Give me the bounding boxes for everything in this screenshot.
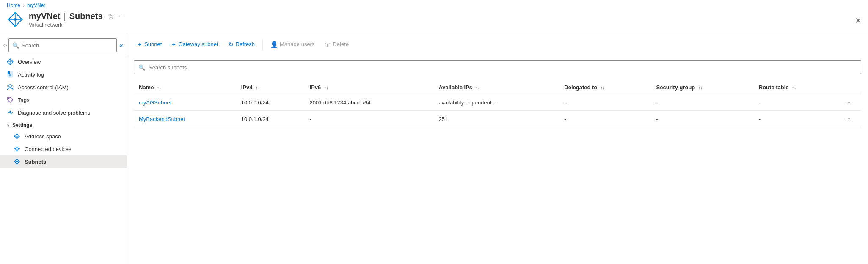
chevron-down-icon: ∨ — [7, 123, 10, 128]
connected-devices-icon — [14, 146, 20, 152]
refresh-label: Refresh — [236, 41, 255, 47]
table-search-input[interactable] — [149, 64, 857, 71]
delete-button[interactable]: 🗑 Delete — [320, 38, 353, 51]
sidebar-item-tags[interactable]: Tags — [0, 94, 127, 106]
col-security-group[interactable]: Security group ↑↓ — [651, 81, 754, 94]
svg-point-15 — [9, 85, 11, 87]
add-subnet-button[interactable]: + Subnet — [134, 38, 166, 51]
add-subnet-icon: + — [138, 41, 141, 48]
sort-icon-route-table[interactable]: ↑↓ — [792, 85, 796, 90]
page-title: Subnets — [69, 11, 103, 21]
collapse-icon[interactable]: « — [119, 41, 123, 49]
row1-route-table: - — [754, 94, 840, 111]
table-search-icon: 🔍 — [138, 64, 145, 71]
sort-icon-security-group[interactable]: ↑↓ — [698, 85, 703, 90]
add-gateway-subnet-button[interactable]: + Gateway subnet — [168, 38, 222, 51]
breadcrumb-sep: › — [23, 3, 25, 8]
sort-icon-ipv4[interactable]: ↑↓ — [256, 85, 260, 90]
subnet-link-1[interactable]: myAGSubnet — [139, 99, 171, 106]
row1-security-group: - — [651, 94, 754, 111]
table-search-bar[interactable]: 🔍 — [134, 60, 861, 74]
overview-icon — [7, 58, 14, 65]
sidebar-item-overview[interactable]: Overview — [0, 55, 127, 68]
close-button[interactable]: ✕ — [855, 17, 861, 25]
sidebar-label-address-space: Address space — [25, 133, 61, 140]
breadcrumb-current[interactable]: myVNet — [27, 3, 45, 8]
toolbar-divider — [262, 39, 263, 50]
search-icon: 🔍 — [12, 42, 19, 49]
sidebar-search-box[interactable]: 🔍 — [8, 38, 117, 52]
more-icon[interactable]: ··· — [117, 12, 123, 20]
row1-ipv4: 10.0.0.0/24 — [236, 94, 305, 111]
subnets-icon — [14, 158, 20, 165]
title-block: myVNet | Subnets ☆ ··· Virtual network — [29, 11, 123, 28]
sidebar-label-diagnose: Diagnose and solve problems — [18, 110, 90, 116]
row1-available-ips: availability dependent ... — [433, 94, 559, 111]
sort-icon-ipv6[interactable]: ↑↓ — [324, 85, 328, 90]
row2-delegated-to: - — [559, 111, 651, 127]
row1-delegated-to: - — [559, 94, 651, 111]
row2-route-table: - — [754, 111, 840, 127]
svg-point-5 — [21, 19, 23, 20]
subnet-link-2[interactable]: MyBackendSubnet — [139, 116, 185, 122]
col-route-table[interactable]: Route table ↑↓ — [754, 81, 840, 94]
sort-icon-available-ips[interactable]: ↑↓ — [476, 85, 480, 90]
svg-point-4 — [8, 19, 9, 20]
svg-point-6 — [14, 12, 16, 14]
sidebar-item-connected-devices[interactable]: Connected devices — [0, 143, 127, 155]
col-actions — [840, 81, 861, 94]
col-ipv4[interactable]: IPv4 ↑↓ — [236, 81, 305, 94]
col-delegated-to[interactable]: Delegated to ↑↓ — [559, 81, 651, 94]
manage-users-icon: 👤 — [270, 41, 278, 48]
iam-icon — [7, 84, 14, 91]
row2-ipv4: 10.0.1.0/24 — [236, 111, 305, 127]
search-input[interactable] — [22, 42, 113, 49]
row2-ipv6: - — [305, 111, 434, 127]
sidebar-label-activity-log: Activity log — [18, 72, 44, 78]
table-row: myAGSubnet 10.0.0.0/24 2001:db8:1234:abc… — [134, 94, 861, 111]
diagnose-icon — [7, 109, 14, 116]
svg-line-22 — [11, 113, 12, 114]
row2-name[interactable]: MyBackendSubnet — [134, 111, 236, 127]
row2-actions[interactable]: ··· — [840, 111, 861, 127]
row1-name[interactable]: myAGSubnet — [134, 94, 236, 111]
col-ipv6[interactable]: IPv6 ↑↓ — [305, 81, 434, 94]
refresh-icon: ↻ — [229, 41, 234, 48]
row1-actions[interactable]: ··· — [840, 94, 861, 111]
subnets-table: Name ↑↓ IPv4 ↑↓ IPv6 ↑↓ Available IPs — [134, 81, 861, 127]
resource-icon — [7, 11, 24, 28]
col-available-ips[interactable]: Available IPs ↑↓ — [433, 81, 559, 94]
settings-label: Settings — [12, 122, 32, 128]
breadcrumb: Home › myVNet — [0, 0, 868, 8]
delete-icon: 🗑 — [325, 41, 331, 48]
breadcrumb-home[interactable]: Home — [7, 3, 20, 8]
sort-icon-delegated-to[interactable]: ↑↓ — [601, 85, 605, 90]
tags-icon — [7, 96, 14, 103]
add-gateway-subnet-label: Gateway subnet — [179, 41, 218, 47]
row1-ipv6: 2001:db8:1234:abcd::/64 — [305, 94, 434, 111]
star-icon[interactable]: ☆ — [108, 12, 114, 20]
svg-line-21 — [10, 111, 11, 114]
sidebar-label-iam: Access control (IAM) — [18, 84, 69, 91]
row2-security-group: - — [651, 111, 754, 127]
manage-users-button[interactable]: 👤 Manage users — [266, 38, 319, 51]
sidebar-label-subnets: Subnets — [25, 159, 46, 165]
sidebar-label-connected-devices: Connected devices — [25, 146, 72, 152]
manage-users-label: Manage users — [280, 41, 314, 47]
col-name[interactable]: Name ↑↓ — [134, 81, 236, 94]
settings-section[interactable]: ∨ Settings — [0, 119, 127, 130]
svg-point-27 — [16, 148, 18, 150]
sort-icon-name[interactable]: ↑↓ — [157, 85, 161, 90]
resource-subtitle: Virtual network — [29, 22, 123, 28]
refresh-button[interactable]: ↻ Refresh — [224, 38, 259, 51]
sidebar-item-address-space[interactable]: Address space — [0, 130, 127, 143]
sidebar-item-diagnose[interactable]: Diagnose and solve problems — [0, 106, 127, 119]
sidebar-item-iam[interactable]: Access control (IAM) — [0, 81, 127, 94]
svg-point-3 — [14, 18, 17, 21]
sidebar-item-activity-log[interactable]: Activity log — [0, 68, 127, 81]
row2-available-ips: 251 — [433, 111, 559, 127]
sidebar-item-subnets[interactable]: Subnets — [0, 155, 127, 168]
svg-point-35 — [16, 161, 18, 162]
table-row: MyBackendSubnet 10.0.1.0/24 - 251 - - - … — [134, 111, 861, 127]
diamond-nav-icon: ◇ — [3, 43, 7, 48]
